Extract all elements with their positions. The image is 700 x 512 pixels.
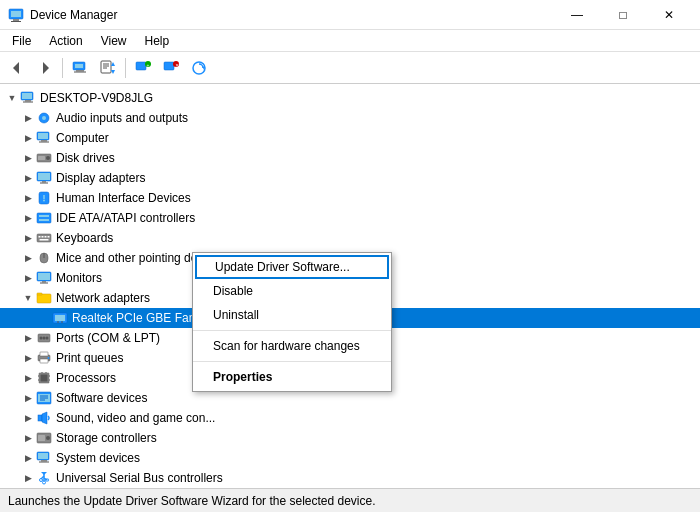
- minimize-button[interactable]: —: [554, 0, 600, 30]
- svg-point-88: [46, 436, 50, 440]
- status-text: Launches the Update Driver Software Wiza…: [8, 494, 376, 508]
- menu-view[interactable]: View: [93, 32, 135, 50]
- svg-rect-9: [74, 71, 86, 72]
- context-update-driver[interactable]: Update Driver Software...: [195, 255, 389, 279]
- context-scan[interactable]: Scan for hardware changes: [193, 334, 391, 358]
- uninstall-button[interactable]: ✕: [158, 55, 184, 81]
- computer-label: Computer: [56, 131, 109, 145]
- monitors-label: Monitors: [56, 271, 102, 285]
- svg-rect-45: [39, 215, 49, 217]
- computer-icon: [20, 90, 36, 106]
- expand-usb-icon: ▶: [20, 470, 36, 486]
- svg-rect-86: [38, 415, 42, 421]
- tree-item-computer[interactable]: ▶ Computer: [0, 128, 700, 148]
- scan-button[interactable]: [186, 55, 212, 81]
- tree-item-hid[interactable]: ▶ Human Interface Devices: [0, 188, 700, 208]
- enable-icon: +: [135, 60, 151, 76]
- svg-rect-16: [136, 62, 146, 70]
- enable-button[interactable]: +: [130, 55, 156, 81]
- svg-rect-49: [42, 236, 44, 238]
- svg-rect-1: [11, 11, 21, 17]
- expand-network-icon: ▼: [20, 290, 36, 306]
- expand-disk-icon: ▶: [20, 150, 36, 166]
- update-driver-button[interactable]: [95, 55, 121, 81]
- ide-label: IDE ATA/ATAPI controllers: [56, 211, 195, 225]
- svg-point-100: [43, 481, 46, 484]
- expand-hid-icon: ▶: [20, 190, 36, 206]
- svg-rect-62: [55, 315, 65, 321]
- svg-marker-14: [111, 62, 115, 66]
- expand-root-icon: ▼: [4, 90, 20, 106]
- context-uninstall[interactable]: Uninstall: [193, 303, 391, 327]
- hid-icon: [36, 190, 52, 206]
- app-icon: [8, 7, 24, 23]
- expand-monitors-icon: ▶: [20, 270, 36, 286]
- maximize-button[interactable]: □: [600, 0, 646, 30]
- menu-help[interactable]: Help: [137, 32, 178, 50]
- tree-item-sound[interactable]: ▶ Sound, video and game con...: [0, 408, 700, 428]
- display-label: Display adapters: [56, 171, 145, 185]
- disk-icon: [36, 150, 52, 166]
- context-properties[interactable]: Properties: [193, 365, 391, 389]
- tree-item-ide[interactable]: ▶ IDE ATA/ATAPI controllers: [0, 208, 700, 228]
- properties-icon: [72, 60, 88, 76]
- print-label: Print queues: [56, 351, 123, 365]
- tree-item-disk[interactable]: ▶ Disk drives: [0, 148, 700, 168]
- svg-point-68: [46, 337, 49, 340]
- expand-audio-icon: ▶: [20, 110, 36, 126]
- context-disable[interactable]: Disable: [193, 279, 391, 303]
- ports-label: Ports (COM & LPT): [56, 331, 160, 345]
- svg-rect-40: [40, 183, 48, 184]
- main-content: ▼ DESKTOP-V9D8JLG ▶ Audio inputs and: [0, 84, 700, 488]
- tree-item-system[interactable]: ▶ System devices: [0, 448, 700, 468]
- tree-view[interactable]: ▼ DESKTOP-V9D8JLG ▶ Audio inputs and: [0, 84, 700, 488]
- expand-display-icon: ▶: [20, 170, 36, 186]
- window-controls: — □ ✕: [554, 0, 692, 30]
- close-button[interactable]: ✕: [646, 0, 692, 30]
- title-bar: Device Manager — □ ✕: [0, 0, 700, 30]
- svg-rect-33: [39, 142, 49, 143]
- menu-file[interactable]: File: [4, 32, 39, 50]
- expand-storage-icon: ▶: [20, 430, 36, 446]
- context-separator: [193, 330, 391, 331]
- tree-item-keyboard[interactable]: ▶ Keyboards: [0, 228, 700, 248]
- svg-rect-48: [39, 236, 41, 238]
- expand-processors-icon: ▶: [20, 370, 36, 386]
- root-label: DESKTOP-V9D8JLG: [40, 91, 153, 105]
- network-device-icon: [52, 310, 68, 326]
- svg-point-98: [40, 479, 43, 482]
- usb-icon: [36, 470, 52, 486]
- network-folder-icon: [36, 290, 52, 306]
- back-icon: [9, 60, 25, 76]
- context-separator2: [193, 361, 391, 362]
- status-bar: Launches the Update Driver Software Wiza…: [0, 488, 700, 512]
- uninstall-icon: ✕: [163, 60, 179, 76]
- back-button[interactable]: [4, 55, 30, 81]
- svg-rect-57: [42, 281, 46, 283]
- tree-item-usb[interactable]: ▶ Universal Serial Bus controllers: [0, 468, 700, 488]
- hid-label: Human Interface Devices: [56, 191, 191, 205]
- usb-label: Universal Serial Bus controllers: [56, 471, 223, 485]
- sound-label: Sound, video and game con...: [56, 411, 215, 425]
- storage-label: Storage controllers: [56, 431, 157, 445]
- forward-button[interactable]: [32, 55, 58, 81]
- properties-button[interactable]: [67, 55, 93, 81]
- svg-marker-5: [43, 62, 49, 74]
- menu-action[interactable]: Action: [41, 32, 90, 50]
- expand-computer-icon: ▶: [20, 130, 36, 146]
- network-label: Network adapters: [56, 291, 150, 305]
- audio-label: Audio inputs and outputs: [56, 111, 188, 125]
- context-menu: Update Driver Software... Disable Uninst…: [192, 252, 392, 392]
- svg-rect-70: [40, 352, 48, 356]
- svg-rect-38: [38, 173, 50, 180]
- tree-item-storage[interactable]: ▶ Storage controllers: [0, 428, 700, 448]
- svg-marker-15: [111, 70, 115, 74]
- tree-item-display[interactable]: ▶ Display adapters: [0, 168, 700, 188]
- svg-rect-60: [37, 293, 42, 295]
- tree-root[interactable]: ▼ DESKTOP-V9D8JLG: [0, 88, 700, 108]
- tree-item-audio[interactable]: ▶ Audio inputs and outputs: [0, 108, 700, 128]
- svg-rect-8: [76, 70, 84, 72]
- svg-rect-39: [42, 181, 46, 183]
- svg-rect-10: [101, 61, 111, 73]
- keyboard-icon: [36, 230, 52, 246]
